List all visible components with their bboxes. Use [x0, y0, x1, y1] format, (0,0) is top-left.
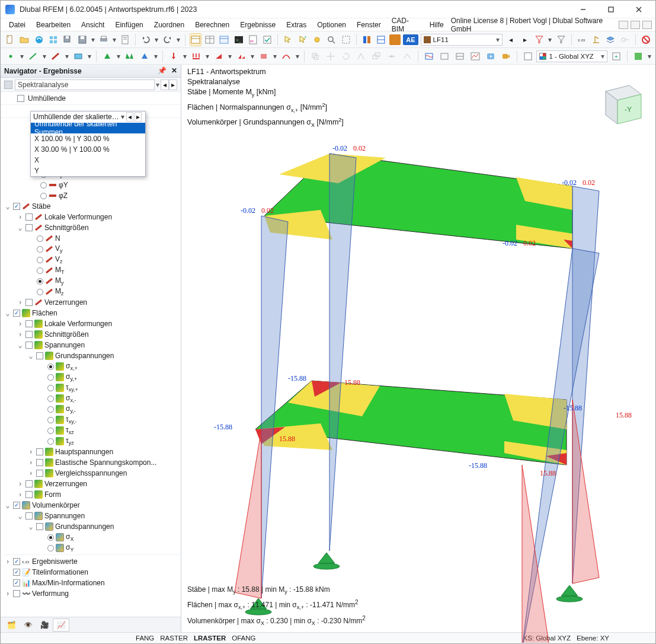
load-point-icon[interactable]	[167, 50, 180, 63]
redo-icon[interactable]	[161, 33, 173, 46]
save-dropdown[interactable]: ▾	[91, 33, 95, 46]
tw-srf-strains2[interactable]: ›	[17, 480, 24, 488]
key-icon[interactable]	[619, 33, 631, 46]
coord-new-icon[interactable]: +	[610, 50, 623, 63]
lc-next-icon[interactable]: ▸	[519, 33, 531, 46]
filter-icon[interactable]	[555, 33, 567, 46]
cloud-sync-icon[interactable]	[33, 33, 45, 46]
coord-system-select[interactable]: 1 - Global XYZ ▾	[536, 50, 607, 62]
loadt-dd[interactable]: ▾	[228, 50, 232, 63]
ck-vol[interactable]	[13, 502, 20, 509]
rd-Vy[interactable]	[37, 246, 43, 253]
loada-dd[interactable]: ▾	[273, 50, 277, 63]
menu-hilfe[interactable]: Hilfe	[425, 20, 449, 30]
envelope-option-3[interactable]: X	[31, 155, 145, 165]
tw-mem-strains[interactable]: ›	[17, 298, 24, 307]
menu-cad-bim[interactable]: CAD-BIM	[387, 15, 424, 34]
section-box-icon[interactable]	[438, 50, 451, 63]
load-line-icon[interactable]	[190, 50, 203, 63]
rd-SX[interactable]	[47, 534, 54, 541]
nav-cube[interactable]: -Y	[594, 76, 647, 130]
envelope-dropdown[interactable]: Umhüllende der skalierten … ▾ ◂ ▸ Umhüll…	[30, 111, 146, 177]
rd-N[interactable]	[37, 235, 43, 242]
status-raster[interactable]: RASTER	[160, 635, 188, 642]
rd-txz[interactable]	[47, 428, 54, 434]
tw-vol[interactable]: ⌄	[4, 501, 11, 509]
filter-red-dropdown[interactable]: ▾	[548, 33, 552, 46]
menu-bearbeiten[interactable]: Bearbeiten	[31, 20, 75, 30]
ck-members[interactable]	[13, 203, 20, 210]
rd-sx+[interactable]	[47, 364, 54, 370]
tab-display-icon[interactable]: 👁️	[20, 619, 36, 632]
sup1-dd[interactable]: ▾	[116, 50, 121, 63]
layers-icon[interactable]	[604, 33, 616, 46]
close-button[interactable]	[625, 1, 652, 18]
script-icon[interactable]: sc	[247, 33, 259, 46]
rd-sy-[interactable]	[47, 406, 54, 413]
mdi-close-icon[interactable]	[642, 21, 652, 29]
envelope-option-0[interactable]: Umhüllende der skalierten Summen	[31, 123, 145, 133]
tw-vol-bs[interactable]: ⌄	[27, 522, 34, 531]
tw-mem-localdef[interactable]: ›	[17, 213, 24, 221]
xyz-values-icon[interactable]: x.xx	[576, 33, 588, 46]
ck-mem-intf[interactable]	[25, 224, 33, 231]
rd-Vz[interactable]	[37, 257, 43, 263]
ck-deform[interactable]	[13, 590, 20, 597]
open-folder-icon[interactable]	[18, 33, 30, 46]
load-tri-icon[interactable]	[212, 50, 225, 63]
ck-mem-strains[interactable]	[25, 299, 33, 306]
load-free-icon[interactable]	[280, 50, 293, 63]
analysis-prev-icon[interactable]: ◂	[161, 79, 169, 90]
mdi-min-icon[interactable]	[619, 21, 628, 29]
save-all-icon[interactable]	[62, 33, 73, 46]
move-icon[interactable]	[324, 50, 337, 63]
divide-icon[interactable]	[385, 50, 398, 63]
member-dd[interactable]: ▾	[65, 50, 69, 63]
analysis-next-icon[interactable]: ▸	[169, 79, 177, 90]
results-on-icon[interactable]	[423, 50, 436, 63]
ck-maxmin[interactable]	[13, 579, 20, 586]
model-check-icon[interactable]	[261, 33, 273, 46]
settings-green-dd[interactable]: ▾	[647, 50, 652, 63]
envelope-checkbox[interactable]	[17, 95, 24, 102]
menu-berechnen[interactable]: Berechnen	[190, 20, 234, 30]
line-icon[interactable]	[27, 50, 40, 63]
analysis-type-select[interactable]: Spektralanalyse	[15, 79, 155, 90]
tw-surf[interactable]: ⌄	[4, 309, 11, 317]
menu-ergebnisse[interactable]: Ergebnisse	[235, 20, 280, 30]
table-input-icon[interactable]	[204, 33, 216, 46]
extrude-icon[interactable]	[370, 50, 383, 63]
ck-surf[interactable]	[13, 310, 20, 317]
block-manager-icon[interactable]	[47, 33, 59, 46]
menu-extras[interactable]: Extras	[281, 20, 311, 30]
report-icon[interactable]	[119, 33, 131, 46]
tw-srf-localdef[interactable]: ›	[17, 320, 24, 328]
copy-node-icon[interactable]	[309, 50, 322, 63]
loadl-dd[interactable]: ▾	[205, 50, 210, 63]
rd-tyz[interactable]	[47, 438, 54, 445]
tw-srf-intf[interactable]: ›	[17, 330, 24, 339]
print-dropdown[interactable]: ▾	[112, 33, 117, 46]
console-icon[interactable]: >_	[233, 33, 245, 46]
coord-list-icon[interactable]	[521, 50, 535, 63]
ck-titleinfo[interactable]	[13, 569, 20, 576]
maximize-button[interactable]	[597, 1, 624, 18]
radio-phiy[interactable]	[40, 182, 47, 189]
navigator-tree[interactable]: uZ φX φY φZ ⌄Stäbe ›Lokale Verformungen …	[1, 118, 181, 617]
loadcase-manager-icon[interactable]	[361, 33, 373, 46]
support-line-icon[interactable]	[123, 50, 136, 63]
viewport[interactable]: LF11 - Antwortspektrum Spektralanalyse S…	[181, 65, 655, 632]
surface-icon[interactable]	[72, 50, 85, 63]
diagram-icon[interactable]	[469, 50, 482, 63]
combination-icon[interactable]	[375, 33, 387, 46]
loads-dd[interactable]: ▾	[250, 50, 255, 63]
tab-views-icon[interactable]: 🎥	[36, 619, 53, 632]
ck-srf-elastic[interactable]	[36, 459, 43, 466]
mdi-restore-icon[interactable]	[631, 21, 640, 29]
tab-data-icon[interactable]: 🗂️	[3, 619, 20, 632]
ck-vol-stress[interactable]	[25, 512, 33, 519]
tw-resvals[interactable]: ›	[4, 557, 11, 566]
tw-srf-princ[interactable]: ›	[27, 448, 34, 456]
ck-resvals[interactable]	[13, 558, 20, 565]
ck-srf-equiv[interactable]	[36, 470, 43, 477]
